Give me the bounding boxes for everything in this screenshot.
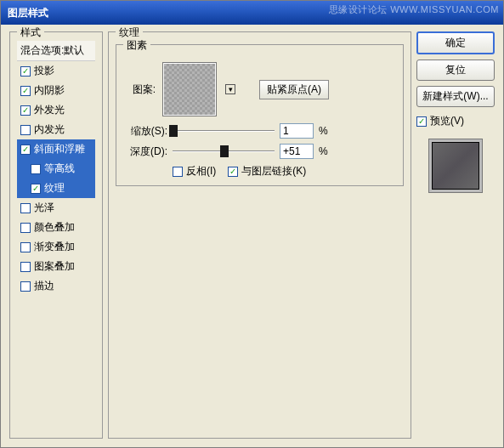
style-label: 斜面和浮雕: [34, 142, 85, 156]
style-label: 投影: [34, 64, 54, 78]
scale-label: 缩放(S):: [123, 124, 167, 139]
style-label: 渐变叠加: [34, 240, 75, 254]
style-label: 描边: [34, 279, 54, 293]
checkbox-icon: ✓: [228, 167, 238, 177]
style-label: 混合选项:默认: [20, 43, 84, 58]
depth-input[interactable]: +51: [280, 144, 314, 159]
checkbox-icon: [20, 262, 31, 272]
checkbox-icon: ✓: [31, 184, 41, 194]
style-row[interactable]: 混合选项:默认: [17, 41, 95, 61]
styles-fieldset: 样式 混合选项:默认✓投影✓内阴影✓外发光内发光✓斜面和浮雕等高线✓纹理光泽颜色…: [9, 31, 103, 439]
checkbox-icon: [31, 164, 41, 174]
style-label: 纹理: [44, 181, 65, 196]
window-title: 图层样式: [8, 6, 48, 20]
checkbox-icon: [20, 203, 31, 213]
style-label: 光泽: [34, 201, 54, 215]
style-label: 等高线: [44, 162, 75, 176]
preview-label: 预览(V): [430, 114, 464, 128]
style-row[interactable]: 颜色叠加: [17, 218, 95, 237]
invert-label: 反相(I): [186, 164, 216, 179]
style-row[interactable]: ✓纹理: [17, 179, 95, 198]
styles-legend: 样式: [17, 26, 44, 40]
style-row[interactable]: 描边: [17, 276, 95, 296]
pattern-dropdown-icon[interactable]: ▾: [225, 84, 235, 94]
checkbox-icon: ✓: [20, 145, 31, 155]
style-label: 外发光: [34, 103, 65, 117]
style-row[interactable]: 等高线: [17, 159, 95, 179]
style-label: 图案叠加: [34, 259, 75, 274]
snap-origin-button[interactable]: 贴紧原点(A): [259, 80, 329, 99]
slider-thumb[interactable]: [169, 125, 178, 137]
link-layer-label: 与图层链接(K): [241, 164, 306, 179]
style-row[interactable]: 内发光: [17, 120, 95, 139]
checkbox-icon: [20, 242, 31, 252]
right-panel: 确定 复位 新建样式(W)... ✓ 预览(V): [416, 31, 495, 439]
style-label: 颜色叠加: [34, 220, 75, 235]
preview-swatch: [428, 139, 483, 193]
link-layer-checkbox[interactable]: ✓ 与图层链接(K): [228, 164, 306, 179]
pattern-label: 图案:: [123, 82, 156, 97]
preview-checkbox[interactable]: ✓ 预览(V): [416, 114, 495, 128]
depth-unit: %: [319, 145, 328, 157]
ok-button[interactable]: 确定: [416, 31, 495, 54]
scale-input[interactable]: 1: [280, 123, 314, 139]
texture-fieldset: 纹理 图素 图案: ▾ 贴紧原点(A) 缩放(S): 1 %: [108, 31, 411, 439]
depth-slider[interactable]: [173, 145, 275, 158]
checkbox-icon: [20, 125, 31, 135]
checkbox-row: 反相(I) ✓ 与图层链接(K): [123, 164, 396, 179]
checkbox-icon: [20, 281, 31, 292]
scale-row: 缩放(S): 1 %: [123, 123, 396, 139]
style-row[interactable]: 渐变叠加: [17, 237, 95, 257]
dialog-body: 样式 混合选项:默认✓投影✓内阴影✓外发光内发光✓斜面和浮雕等高线✓纹理光泽颜色…: [1, 25, 503, 447]
style-label: 内发光: [34, 122, 65, 137]
styles-list: 混合选项:默认✓投影✓内阴影✓外发光内发光✓斜面和浮雕等高线✓纹理光泽颜色叠加渐…: [17, 41, 95, 431]
checkbox-icon: ✓: [416, 116, 427, 127]
style-row[interactable]: 图案叠加: [17, 257, 95, 276]
style-row[interactable]: ✓外发光: [17, 100, 95, 120]
style-label: 内阴影: [34, 83, 65, 98]
depth-row: 深度(D): +51 %: [123, 144, 396, 159]
new-style-button[interactable]: 新建样式(W)...: [416, 86, 495, 107]
checkbox-icon: ✓: [20, 86, 31, 96]
style-row[interactable]: ✓投影: [17, 61, 95, 81]
checkbox-icon: [173, 167, 183, 177]
pattern-row: 图案: ▾ 贴紧原点(A): [123, 62, 396, 116]
dialog-window: 图层样式 样式 混合选项:默认✓投影✓内阴影✓外发光内发光✓斜面和浮雕等高线✓纹…: [0, 0, 504, 448]
depth-label: 深度(D):: [123, 145, 167, 159]
cancel-button[interactable]: 复位: [416, 60, 495, 81]
style-row[interactable]: 光泽: [17, 198, 95, 218]
checkbox-icon: ✓: [20, 66, 31, 77]
invert-checkbox[interactable]: 反相(I): [173, 164, 216, 179]
pattern-group-legend: 图素: [123, 38, 150, 53]
style-row[interactable]: ✓内阴影: [17, 81, 95, 100]
scale-slider[interactable]: [173, 124, 275, 138]
watermark-text: 思缘设计论坛 WWW.MISSYUAN.COM: [329, 3, 499, 16]
slider-track: [173, 130, 275, 132]
scale-unit: %: [319, 125, 328, 137]
style-row[interactable]: ✓斜面和浮雕: [17, 139, 95, 159]
slider-thumb[interactable]: [220, 145, 229, 157]
checkbox-icon: ✓: [20, 105, 31, 116]
checkbox-icon: [20, 223, 31, 233]
pattern-group: 图素 图案: ▾ 贴紧原点(A) 缩放(S): 1 %: [116, 44, 404, 186]
pattern-swatch[interactable]: [162, 62, 217, 116]
